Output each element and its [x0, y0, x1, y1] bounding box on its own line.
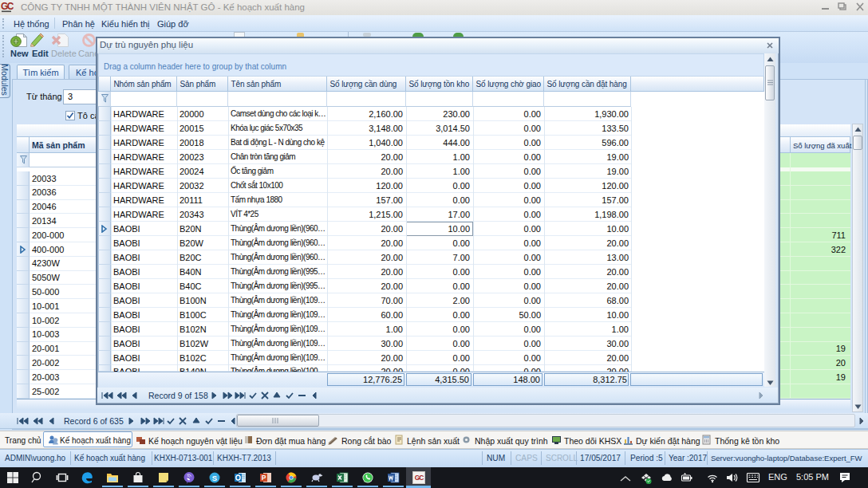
svg-text:S: S: [212, 474, 217, 482]
svg-text:P: P: [262, 474, 266, 482]
svg-text:GC: GC: [415, 474, 424, 482]
svg-text:GC: GC: [1, 1, 14, 12]
